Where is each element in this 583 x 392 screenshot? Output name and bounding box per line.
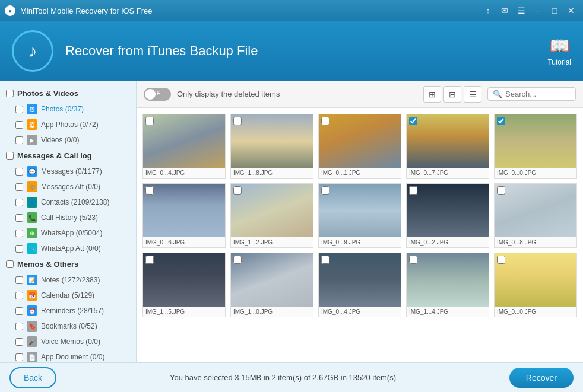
menu-btn[interactable]: ☰ xyxy=(514,4,528,18)
sidebar-item-messages-checkbox[interactable] xyxy=(15,168,23,176)
reminders-icon: ⏰ xyxy=(27,305,37,316)
header-icon: ♪ xyxy=(12,30,53,72)
photo-item[interactable]: IMG_0...0.JPG xyxy=(494,114,577,179)
sidebar-group-memos-checkbox[interactable] xyxy=(6,260,14,268)
photo-item[interactable]: IMG_0...9.JPG xyxy=(318,183,401,248)
messages-icon: 💬 xyxy=(27,166,37,177)
sidebar-item-messages-att[interactable]: 📎 Messages Att (0/0) xyxy=(0,179,136,195)
sidebar-item-whatsapp-checkbox[interactable] xyxy=(15,230,23,237)
photo-label: IMG_1...2.JPG xyxy=(231,237,313,247)
maximize-btn[interactable]: □ xyxy=(547,4,562,18)
photo-checkbox-5[interactable] xyxy=(145,186,154,195)
photo-item[interactable]: IMG_1...0.JPG xyxy=(230,253,313,317)
sidebar-item-notes-checkbox[interactable] xyxy=(15,276,23,284)
sidebar-item-bookmarks[interactable]: 🔖 Bookmarks (0/52) xyxy=(0,318,136,334)
minimize-btn[interactable]: ─ xyxy=(531,4,545,18)
photo-item[interactable]: IMG_0...1.JPG xyxy=(318,114,401,179)
search-input[interactable] xyxy=(505,90,571,98)
photo-item[interactable]: IMG_1...8.JPG xyxy=(230,114,313,179)
sidebar-group-messages[interactable]: Messages & Call log xyxy=(0,148,136,164)
photo-checkbox-8[interactable] xyxy=(409,186,417,195)
photo-thumbnail xyxy=(319,114,401,168)
app-photos-icon: 🖼 xyxy=(27,119,37,130)
sidebar-item-photos[interactable]: 🖼 Photos (0/37) xyxy=(0,101,136,117)
sidebar-item-voice-memos[interactable]: 🎤 Voice Memos (0/0) xyxy=(0,334,136,349)
sidebar-item-messages[interactable]: 💬 Messages (0/1177) xyxy=(0,164,136,179)
photo-item[interactable]: IMG_1...5.JPG xyxy=(142,253,226,317)
recover-button[interactable]: Recover xyxy=(509,368,574,388)
sidebar-item-app-document-checkbox[interactable] xyxy=(15,353,23,361)
photo-thumbnail xyxy=(231,184,313,237)
grid-view-button[interactable]: ⊞ xyxy=(423,86,441,103)
messages-att-icon: 📎 xyxy=(27,181,37,192)
photos-icon: 🖼 xyxy=(27,104,37,114)
photo-item[interactable]: IMG_0...4.JPG xyxy=(142,114,226,179)
list-view-button[interactable]: ⊟ xyxy=(443,86,461,103)
photo-item[interactable]: IMG_0...0.JPG xyxy=(494,253,577,317)
sidebar-group-photos-checkbox[interactable] xyxy=(6,90,14,97)
photo-checkbox-7[interactable] xyxy=(321,186,329,195)
sidebar-item-photos-checkbox[interactable] xyxy=(15,106,23,113)
photo-checkbox-12[interactable] xyxy=(321,256,329,264)
sidebar-item-calendar[interactable]: 📅 Calendar (5/129) xyxy=(0,288,136,303)
photo-item[interactable]: IMG_1...2.JPG xyxy=(230,183,313,248)
back-button[interactable]: Back xyxy=(9,367,56,388)
photo-item[interactable]: IMG_0...7.JPG xyxy=(406,114,489,179)
detail-view-button[interactable]: ☰ xyxy=(464,86,481,103)
sidebar-item-whatsapp-att-label: WhatsApp Att (0/0) xyxy=(41,244,101,253)
photo-checkbox-4[interactable] xyxy=(497,117,505,125)
sidebar-item-reminders-checkbox[interactable] xyxy=(15,307,23,315)
sidebar-item-whatsapp[interactable]: ⊕ WhatsApp (0/5004) xyxy=(0,225,136,241)
photo-checkbox-13[interactable] xyxy=(409,256,417,264)
sidebar-item-app-photos-checkbox[interactable] xyxy=(15,121,23,129)
photo-grid: IMG_0...4.JPGIMG_1...8.JPGIMG_0...1.JPGI… xyxy=(137,108,583,362)
tutorial-button[interactable]: 📖 Tutorial xyxy=(547,36,571,66)
photo-checkbox-6[interactable] xyxy=(233,186,242,195)
sidebar-item-videos-checkbox[interactable] xyxy=(15,136,23,144)
toggle-switch[interactable]: OFF xyxy=(144,88,171,101)
close-btn[interactable]: ✕ xyxy=(564,4,578,18)
photo-checkbox-3[interactable] xyxy=(409,117,417,125)
photo-checkbox-14[interactable] xyxy=(497,256,505,264)
sidebar-item-notes[interactable]: 📝 Notes (1272/2383) xyxy=(0,272,136,288)
sidebar-item-calendar-label: Calendar (5/129) xyxy=(41,291,94,299)
calendar-icon: 📅 xyxy=(27,290,37,301)
sidebar-item-calendar-checkbox[interactable] xyxy=(15,292,23,299)
sidebar-item-messages-att-checkbox[interactable] xyxy=(15,183,23,191)
sidebar-group-photos[interactable]: Photos & Videos xyxy=(0,85,136,101)
content-toolbar: OFF Only display the deleted items ⊞ ⊟ ☰… xyxy=(137,81,583,108)
upload-btn[interactable]: ↑ xyxy=(481,4,495,18)
sidebar-item-app-photos[interactable]: 🖼 App Photos (0/72) xyxy=(0,117,136,132)
photo-label: IMG_1...4.JPG xyxy=(407,307,489,317)
photo-item[interactable]: IMG_0...4.JPG xyxy=(318,253,401,317)
photo-item[interactable]: IMG_0...6.JPG xyxy=(142,183,226,248)
sidebar-item-videos[interactable]: ▶ Videos (0/0) xyxy=(0,132,136,148)
sidebar-item-app-document[interactable]: 📄 App Document (0/0) xyxy=(0,349,136,362)
photo-item[interactable]: IMG_0...8.JPG xyxy=(494,183,577,248)
sidebar-item-reminders[interactable]: ⏰ Reminders (28/157) xyxy=(0,303,136,318)
photo-item[interactable]: IMG_1...4.JPG xyxy=(406,253,489,317)
status-text: You have selected 3.15MB in 2 item(s) of… xyxy=(56,373,509,382)
photo-checkbox-0[interactable] xyxy=(145,117,154,125)
photo-checkbox-9[interactable] xyxy=(497,186,505,195)
photo-checkbox-10[interactable] xyxy=(145,256,154,264)
sidebar-item-whatsapp-att[interactable]: 📎 WhatsApp Att (0/0) xyxy=(0,241,136,256)
photo-checkbox-11[interactable] xyxy=(233,256,242,264)
toggle-track[interactable]: OFF xyxy=(144,88,171,101)
contacts-icon: 👤 xyxy=(27,197,37,208)
sidebar-group-memos[interactable]: Memos & Others xyxy=(0,256,136,272)
sidebar-group-messages-checkbox[interactable] xyxy=(6,152,14,160)
sidebar-item-voice-memos-checkbox[interactable] xyxy=(15,338,23,346)
sidebar-item-whatsapp-att-checkbox[interactable] xyxy=(15,245,23,253)
sidebar-item-call-history[interactable]: 📞 Call History (5/23) xyxy=(0,210,136,225)
sidebar-item-contacts[interactable]: 👤 Contacts (2109/2138) xyxy=(0,195,136,210)
notes-icon: 📝 xyxy=(27,275,37,285)
sidebar-item-bookmarks-checkbox[interactable] xyxy=(15,323,23,330)
photo-checkbox-1[interactable] xyxy=(233,117,242,125)
sidebar-item-call-history-checkbox[interactable] xyxy=(15,214,23,222)
sidebar-item-contacts-checkbox[interactable] xyxy=(15,199,23,206)
mail-btn[interactable]: ✉ xyxy=(498,4,512,18)
sidebar-item-reminders-label: Reminders (28/157) xyxy=(41,307,104,315)
photo-checkbox-2[interactable] xyxy=(321,117,329,125)
photo-item[interactable]: IMG_0...2.JPG xyxy=(406,183,489,248)
